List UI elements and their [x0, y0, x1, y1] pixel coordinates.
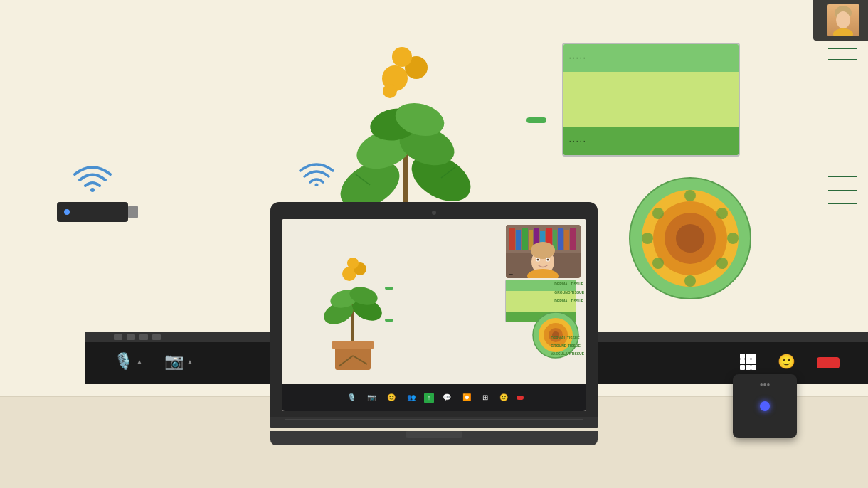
svg-point-31	[652, 258, 664, 269]
leaf-badge	[526, 117, 546, 123]
usb-dongle	[57, 202, 128, 222]
zoom-end-btn[interactable]	[517, 396, 524, 400]
zoom-mute-btn[interactable]: 🎙️	[344, 392, 359, 403]
circle-cross-section	[626, 174, 754, 305]
zoom-breakout-btn[interactable]: ⊞	[480, 392, 491, 403]
mini-leaf-badge	[385, 287, 393, 290]
mini-tissue-labels: DERMAL TISSUE GROUND TISSUE DERMAL TISSU…	[554, 282, 584, 303]
zoom-participants-btn[interactable]: 👥	[404, 392, 418, 403]
laptop-keyboard	[270, 417, 598, 428]
svg-rect-63	[522, 228, 528, 250]
usb-led	[64, 209, 70, 215]
svg-point-36	[684, 275, 696, 287]
video-tile-name	[509, 274, 513, 275]
svg-rect-70	[564, 230, 569, 250]
zoom-meeting: DERMAL TISSUE GROUND TISSUE DERMAL TISSU…	[282, 219, 586, 411]
tissue-labels-top	[828, 48, 861, 70]
laptop-base	[270, 431, 598, 445]
large-breakout-rooms-button[interactable]	[740, 354, 756, 373]
svg-point-28	[676, 224, 704, 253]
svg-rect-61	[509, 228, 515, 250]
mini-stem-labels: DERMAL TISSUE GROUND TISSUE VASCULAR TIS…	[551, 336, 584, 356]
svg-point-20	[392, 47, 412, 67]
laptop-camera	[432, 211, 436, 215]
svg-rect-44	[332, 341, 374, 349]
zoom-stop-video-btn[interactable]: 📷	[364, 392, 379, 403]
svg-point-38	[836, 11, 850, 28]
zoom-chat-btn[interactable]: 💬	[440, 392, 454, 403]
rect-cross-section: · · · · · · · · · · · · · · · · · ·	[562, 43, 740, 157]
svg-point-73	[531, 242, 555, 259]
svg-point-53	[347, 258, 359, 269]
svg-point-39	[833, 28, 853, 36]
wifi-dongle	[57, 157, 128, 222]
laptop: DERMAL TISSUE GROUND TISSUE DERMAL TISSU…	[270, 202, 598, 445]
large-stop-video-button[interactable]: 📷 ▲	[164, 352, 194, 373]
hub-brand: ●●●	[760, 381, 771, 388]
dr-photo-thumbnail	[827, 4, 859, 36]
wifi-signal-icon	[299, 157, 334, 189]
svg-point-30	[716, 208, 728, 219]
svg-point-33	[642, 233, 653, 244]
svg-point-40	[90, 188, 95, 192]
svg-point-32	[716, 258, 728, 269]
svg-point-76	[537, 259, 539, 261]
laptop-trackpad[interactable]	[406, 431, 462, 438]
large-end-button[interactable]	[817, 357, 840, 368]
mini-plant	[310, 242, 396, 370]
large-mute-button[interactable]: 🎙️ ▲	[114, 352, 143, 373]
usb-connector	[128, 206, 138, 218]
svg-point-35	[684, 190, 696, 201]
wifi-icon	[71, 157, 114, 195]
svg-point-21	[383, 84, 397, 98]
svg-point-78	[547, 259, 549, 261]
svg-rect-62	[516, 230, 521, 250]
zoom-share-btn[interactable]: ↑	[424, 393, 435, 403]
dr-face	[506, 225, 581, 278]
tissue-labels-stem	[828, 176, 861, 204]
svg-point-34	[727, 233, 739, 244]
large-reactions-button[interactable]: 🙂	[778, 353, 795, 373]
hub-device: ●●●	[733, 374, 797, 438]
zoom-record-btn[interactable]: ⏺️	[460, 392, 474, 403]
svg-point-41	[315, 184, 319, 187]
mini-stem-badge	[385, 319, 393, 322]
svg-point-29	[652, 208, 664, 219]
video-tile-dr-angiello	[506, 225, 581, 278]
laptop-screen: DERMAL TISSUE GROUND TISSUE DERMAL TISSU…	[282, 219, 586, 411]
svg-rect-43	[335, 345, 371, 370]
laptop-screen-outer: DERMAL TISSUE GROUND TISSUE DERMAL TISSU…	[270, 202, 598, 417]
zoom-toolbar[interactable]: 🎙️ 📷 😊 👥	[282, 384, 586, 411]
svg-rect-71	[570, 228, 576, 250]
svg-rect-69	[558, 228, 563, 250]
zoom-invite-btn[interactable]: 😊	[384, 392, 398, 403]
zoom-reactions-btn[interactable]: 🙂	[497, 392, 511, 403]
name-badge	[813, 0, 868, 41]
hub-led	[760, 401, 770, 411]
